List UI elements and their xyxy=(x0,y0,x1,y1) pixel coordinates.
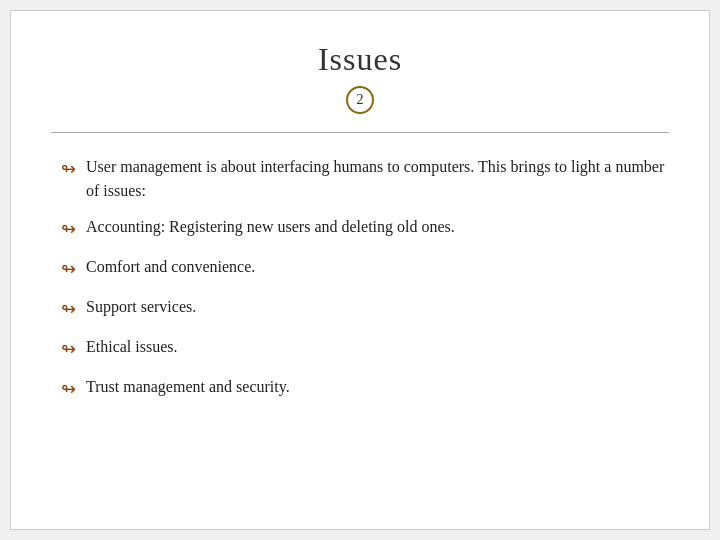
bullet-arrow-icon: ↬ xyxy=(61,296,76,323)
content-area: ↬User management is about interfacing hu… xyxy=(51,155,669,403)
slide-number-container: 2 xyxy=(51,86,669,114)
bullet-arrow-icon: ↬ xyxy=(61,156,76,183)
slide: Issues 2 ↬User management is about inter… xyxy=(10,10,710,530)
bullet-text: Support services. xyxy=(86,295,669,319)
bullet-accounting: ↬Accounting: Registering new users and d… xyxy=(61,215,669,243)
bullet-arrow-icon: ↬ xyxy=(61,376,76,403)
bullet-support: ↬Support services. xyxy=(61,295,669,323)
bullet-text: User management is about interfacing hum… xyxy=(86,155,669,203)
slide-title: Issues xyxy=(51,41,669,78)
bullet-arrow-icon: ↬ xyxy=(61,256,76,283)
slide-number: 2 xyxy=(346,86,374,114)
bullet-ethical: ↬Ethical issues. xyxy=(61,335,669,363)
bullet-user-management: ↬User management is about interfacing hu… xyxy=(61,155,669,203)
bullet-text: Ethical issues. xyxy=(86,335,669,359)
bullet-text: Comfort and convenience. xyxy=(86,255,669,279)
bullet-arrow-icon: ↬ xyxy=(61,216,76,243)
bullet-comfort: ↬Comfort and convenience. xyxy=(61,255,669,283)
bullet-text: Accounting: Registering new users and de… xyxy=(86,215,669,239)
bullet-arrow-icon: ↬ xyxy=(61,336,76,363)
bullet-trust: ↬Trust management and security. xyxy=(61,375,669,403)
bullet-text: Trust management and security. xyxy=(86,375,669,399)
divider xyxy=(51,132,669,133)
